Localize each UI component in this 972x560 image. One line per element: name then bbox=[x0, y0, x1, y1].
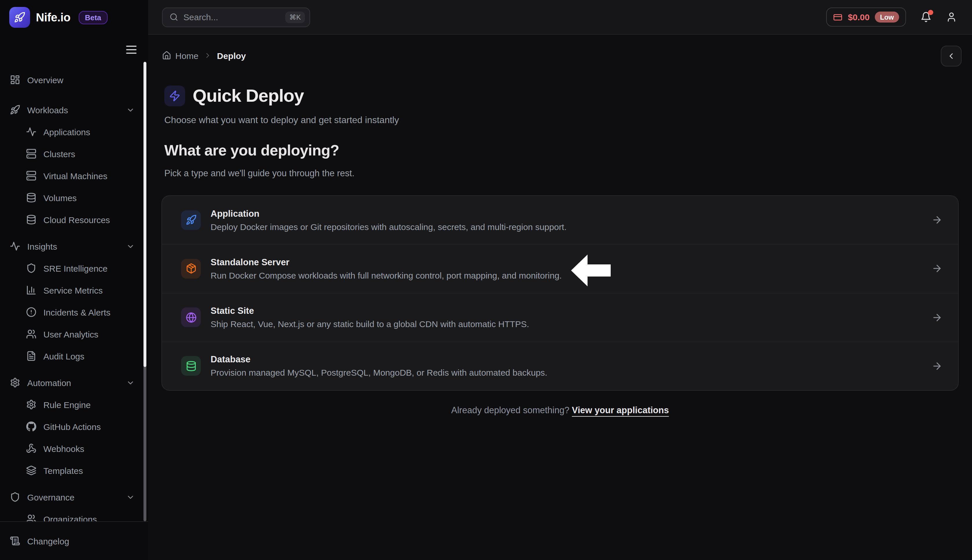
top-bar: Search... ⌘K $0.00 Low bbox=[148, 0, 972, 35]
sidebar-item-user-analytics[interactable]: User Analytics bbox=[0, 323, 142, 345]
sidebar-item-templates[interactable]: Templates bbox=[0, 460, 142, 482]
billing-button[interactable]: $0.00 Low bbox=[826, 8, 906, 27]
database-icon bbox=[26, 192, 37, 203]
sidebar-scrollbar[interactable] bbox=[144, 62, 146, 521]
webhook-icon bbox=[26, 443, 37, 454]
sidebar-item-label: Audit Logs bbox=[43, 351, 84, 361]
sidebar-item-label: Webhooks bbox=[43, 443, 84, 453]
settings-icon bbox=[26, 399, 37, 410]
pointer-arrow-overlay bbox=[571, 254, 611, 287]
sidebar-item-label: Insights bbox=[27, 241, 57, 251]
arrow-right-icon bbox=[932, 312, 942, 323]
beta-badge: Beta bbox=[79, 11, 107, 24]
shield-icon bbox=[26, 263, 37, 273]
activity-icon bbox=[10, 241, 20, 252]
sidebar-collapse-button[interactable] bbox=[126, 46, 137, 54]
shield-icon bbox=[10, 492, 20, 502]
deploy-option-application[interactable]: ApplicationDeploy Docker images or Git r… bbox=[162, 196, 958, 244]
scroll-icon bbox=[10, 536, 20, 546]
sidebar-item-virtual-machines[interactable]: Virtual Machines bbox=[0, 165, 142, 187]
search-shortcut-chip: ⌘K bbox=[285, 11, 305, 23]
sidebar-item-label: Applications bbox=[43, 127, 90, 137]
already-prompt: Already deployed something? bbox=[451, 405, 569, 415]
home-icon bbox=[162, 51, 171, 60]
sidebar-item-cloud-resources[interactable]: Cloud Resources bbox=[0, 208, 142, 231]
sidebar-item-label: Workloads bbox=[27, 105, 68, 115]
deploy-option-description: Provision managed MySQL, PostgreSQL, Mon… bbox=[211, 368, 547, 378]
sidebar-item-service-metrics[interactable]: Service Metrics bbox=[0, 279, 142, 301]
deploy-option-static-site[interactable]: Static SiteShip React, Vue, Next.js or a… bbox=[162, 293, 958, 342]
rocket-icon bbox=[10, 105, 20, 115]
sidebar-item-label: Automation bbox=[27, 378, 71, 387]
page-header: Quick Deploy bbox=[164, 85, 304, 106]
sidebar-item-rule-engine[interactable]: Rule Engine bbox=[0, 393, 142, 415]
deploy-option-description: Ship React, Vue, Next.js or any static b… bbox=[211, 319, 529, 329]
breadcrumb-home[interactable]: Home bbox=[162, 50, 199, 60]
sidebar-item-sre-intelligence[interactable]: SRE Intelligence bbox=[0, 257, 142, 279]
sidebar-item-changelog[interactable]: Changelog bbox=[0, 521, 148, 560]
sidebar: OverviewWorkloadsApplicationsClustersVir… bbox=[0, 35, 148, 560]
sidebar-item-webhooks[interactable]: Webhooks bbox=[0, 437, 142, 460]
deploy-option-text: ApplicationDeploy Docker images or Git r… bbox=[211, 208, 567, 232]
deploy-option-description: Deploy Docker images or Git repositories… bbox=[211, 222, 567, 232]
deploy-option-title: Application bbox=[211, 208, 567, 219]
deploy-options-card: ApplicationDeploy Docker images or Git r… bbox=[161, 195, 959, 391]
server-icon bbox=[26, 170, 37, 181]
chevron-down-icon bbox=[126, 493, 135, 501]
billing-amount: $0.00 bbox=[848, 12, 870, 22]
sidebar-item-applications[interactable]: Applications bbox=[0, 121, 142, 143]
search-icon bbox=[169, 13, 178, 22]
nife-logo[interactable] bbox=[9, 7, 30, 28]
sidebar-item-audit-logs[interactable]: Audit Logs bbox=[0, 345, 142, 367]
sidebar-nav: OverviewWorkloadsApplicationsClustersVir… bbox=[0, 69, 142, 521]
rocket-icon bbox=[14, 12, 25, 23]
rocket-icon bbox=[181, 210, 201, 230]
sidebar-item-github-actions[interactable]: GitHub Actions bbox=[0, 415, 142, 437]
back-button[interactable] bbox=[941, 46, 962, 67]
breadcrumb-current: Deploy bbox=[217, 50, 246, 60]
zap-icon bbox=[169, 90, 181, 102]
main-content: Home Deploy Quick Deploy Choose what you… bbox=[148, 35, 972, 560]
activity-icon bbox=[26, 127, 37, 137]
sidebar-item-governance[interactable]: Governance bbox=[0, 486, 142, 508]
chevron-down-icon bbox=[126, 242, 135, 250]
server-icon bbox=[26, 148, 37, 159]
sidebar-item-label: Incidents & Alerts bbox=[43, 307, 110, 317]
deploy-option-text: Standalone ServerRun Docker Compose work… bbox=[211, 257, 562, 280]
arrow-right-icon bbox=[932, 263, 942, 274]
app-window: Nife.io Beta Search... ⌘K $0.00 Low bbox=[0, 0, 972, 560]
sidebar-item-organizations[interactable]: Organizations bbox=[0, 508, 142, 521]
sidebar-item-volumes[interactable]: Volumes bbox=[0, 187, 142, 208]
search-input[interactable]: Search... ⌘K bbox=[162, 7, 310, 27]
sidebar-item-label: Cloud Resources bbox=[43, 215, 110, 225]
deploy-option-standalone-server[interactable]: Standalone ServerRun Docker Compose work… bbox=[162, 244, 958, 293]
chevron-down-icon bbox=[126, 378, 135, 387]
globe-icon bbox=[181, 307, 201, 327]
sidebar-item-label: Clusters bbox=[43, 149, 75, 158]
deploy-option-title: Standalone Server bbox=[211, 257, 562, 268]
view-applications-link[interactable]: View your applications bbox=[572, 405, 669, 415]
sidebar-item-clusters[interactable]: Clusters bbox=[0, 143, 142, 165]
notifications-button[interactable] bbox=[920, 12, 932, 23]
sidebar-scrollbar-thumb[interactable] bbox=[144, 62, 146, 367]
deploy-option-text: Static SiteShip React, Vue, Next.js or a… bbox=[211, 306, 529, 329]
sidebar-item-incidents-alerts[interactable]: Incidents & Alerts bbox=[0, 301, 142, 323]
sidebar-item-insights[interactable]: Insights bbox=[0, 235, 142, 257]
layers-icon bbox=[26, 465, 37, 476]
layout-grid-icon bbox=[10, 75, 20, 85]
account-button[interactable] bbox=[946, 12, 957, 23]
sidebar-item-workloads[interactable]: Workloads bbox=[0, 99, 142, 121]
chevron-left-icon bbox=[947, 52, 956, 61]
file-text-icon bbox=[26, 351, 37, 361]
chevron-down-icon bbox=[126, 105, 135, 114]
sidebar-item-label: Overview bbox=[27, 75, 64, 85]
github-icon bbox=[26, 421, 37, 432]
sidebar-item-overview[interactable]: Overview bbox=[0, 69, 142, 91]
deploy-option-text: DatabaseProvision managed MySQL, Postgre… bbox=[211, 355, 547, 378]
sidebar-item-automation[interactable]: Automation bbox=[0, 372, 142, 393]
sidebar-item-label: Virtual Machines bbox=[43, 171, 107, 181]
chevron-right-icon bbox=[204, 52, 212, 60]
page-subtitle: Choose what you want to deploy and get s… bbox=[164, 115, 399, 125]
deploy-option-database[interactable]: DatabaseProvision managed MySQL, Postgre… bbox=[162, 342, 958, 390]
sidebar-item-label: Service Metrics bbox=[43, 285, 103, 295]
